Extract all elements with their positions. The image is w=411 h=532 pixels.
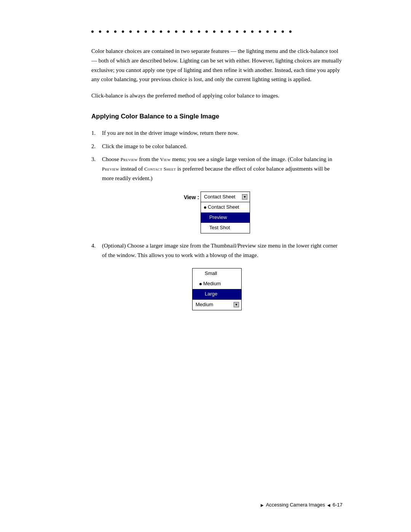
- dot: [190, 30, 193, 33]
- list-content-3: Choose Preview from the View menu; you s…: [102, 155, 342, 183]
- dropdown-item-contact-sheet[interactable]: Contact Sheet: [201, 202, 250, 212]
- dot: [259, 30, 261, 33]
- list-num-4: 4.: [91, 241, 102, 251]
- bullet-dot-icon: [199, 283, 202, 285]
- list-item: 4. (Optional) Choose a larger image size…: [91, 241, 342, 260]
- list-num-3: 3.: [91, 155, 102, 164]
- dots-row: [91, 23, 342, 33]
- list-num-2: 2.: [91, 142, 102, 151]
- dot: [137, 30, 139, 33]
- footer-triangle-left-icon: ◀: [327, 502, 330, 508]
- list-num-1: 1.: [91, 128, 102, 138]
- size-dropdown-illustration: Small Medium Large Medium ▼: [91, 268, 342, 310]
- sc-view: View: [160, 157, 170, 162]
- page: Color balance choices are contained in t…: [0, 0, 411, 532]
- intro-paragraph-2: Click-balance is always the preferred me…: [91, 91, 342, 101]
- list-content-1: If you are not in the driver image windo…: [102, 128, 342, 138]
- intro-paragraph-1: Color balance choices are contained in t…: [91, 46, 342, 84]
- size-item-small[interactable]: Small: [193, 268, 241, 279]
- view-label: View :: [184, 193, 199, 201]
- dot: [282, 30, 284, 33]
- dot: [175, 30, 177, 33]
- footer-nav: ▶ Accessing Camera Images ◀ 6-17: [261, 501, 342, 509]
- size-item-label: Small: [205, 270, 217, 278]
- sc-preview-1: Preview: [121, 157, 138, 162]
- dot: [221, 30, 223, 33]
- size-dropdown-footer[interactable]: Medium ▼: [193, 299, 241, 310]
- dot: [213, 30, 215, 33]
- dropdown-item-label: Preview: [209, 214, 227, 222]
- list-item: 3. Choose Preview from the View menu; yo…: [91, 155, 342, 183]
- section-heading: Applying Color Balance to a Single Image: [91, 111, 342, 121]
- sc-contact-sheet: Contact Sheet: [144, 166, 176, 172]
- dot: [114, 30, 116, 33]
- dropdown-item-test-shot[interactable]: Test Shot: [201, 223, 250, 233]
- list-content-4: (Optional) Choose a larger image size fr…: [102, 241, 342, 260]
- view-dropdown[interactable]: Contact Sheet ▼ Contact Sheet Preview Te…: [201, 192, 250, 233]
- size-dropdown[interactable]: Small Medium Large Medium ▼: [192, 268, 242, 310]
- dot: [160, 30, 162, 33]
- view-dropdown-illustration: View : Contact Sheet ▼ Contact Sheet Pre…: [91, 192, 342, 233]
- size-item-label: Large: [205, 290, 217, 298]
- dot: [274, 30, 276, 33]
- dot: [167, 30, 170, 33]
- list-content-2: Click the image to be color balanced.: [102, 142, 342, 151]
- dot: [244, 30, 246, 33]
- dot: [228, 30, 231, 33]
- bullet-dot-icon: [204, 206, 206, 209]
- dropdown-item-label: Contact Sheet: [208, 203, 239, 211]
- size-item-label: Medium: [203, 280, 221, 288]
- footer-triangle-right-icon: ▶: [261, 502, 264, 508]
- dot: [129, 30, 132, 33]
- dot: [91, 30, 94, 33]
- dot: [99, 30, 101, 33]
- dot: [266, 30, 269, 33]
- list-item: 2. Click the image to be color balanced.: [91, 142, 342, 151]
- dot: [145, 30, 147, 33]
- dropdown-item-label: Test Shot: [209, 224, 230, 232]
- size-footer-label: Medium: [196, 301, 213, 309]
- dot: [152, 30, 155, 33]
- dot: [122, 30, 124, 33]
- dot: [206, 30, 208, 33]
- dot: [183, 30, 185, 33]
- dropdown-header[interactable]: Contact Sheet ▼: [201, 192, 250, 203]
- dot: [251, 30, 253, 33]
- dropdown-item-preview[interactable]: Preview: [201, 212, 250, 223]
- view-dropdown-container: View : Contact Sheet ▼ Contact Sheet Pre…: [184, 192, 250, 233]
- numbered-list-2: 4. (Optional) Choose a larger image size…: [91, 241, 342, 260]
- footer-label: Accessing Camera Images: [266, 501, 325, 509]
- numbered-list: 1. If you are not in the driver image wi…: [91, 128, 342, 183]
- dot: [289, 30, 292, 33]
- dropdown-arrow-icon[interactable]: ▼: [242, 194, 247, 200]
- dot: [198, 30, 200, 33]
- size-item-large[interactable]: Large: [193, 289, 241, 299]
- size-item-medium[interactable]: Medium: [193, 279, 241, 289]
- dot: [107, 30, 109, 33]
- list-item: 1. If you are not in the driver image wi…: [91, 128, 342, 138]
- dropdown-header-text: Contact Sheet: [204, 193, 235, 201]
- size-dropdown-arrow-icon[interactable]: ▼: [234, 302, 239, 307]
- sc-preview-2: Preview: [102, 166, 119, 172]
- dot: [236, 30, 238, 33]
- footer-page: 6-17: [333, 501, 342, 509]
